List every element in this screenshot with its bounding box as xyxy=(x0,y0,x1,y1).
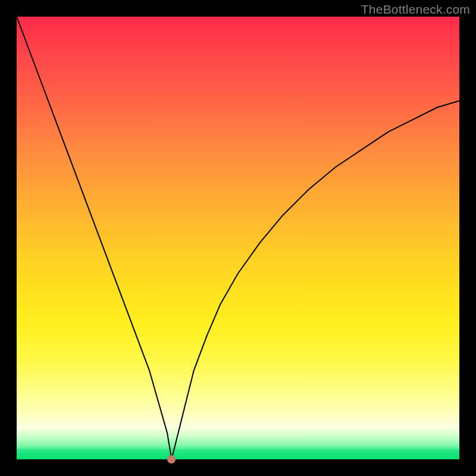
watermark-text: TheBottleneck.com xyxy=(361,2,470,17)
chart-frame: TheBottleneck.com xyxy=(0,0,476,476)
curve-path xyxy=(17,17,459,459)
plot-area xyxy=(17,17,459,459)
minimum-dot xyxy=(167,455,176,464)
bottleneck-curve xyxy=(17,17,459,459)
